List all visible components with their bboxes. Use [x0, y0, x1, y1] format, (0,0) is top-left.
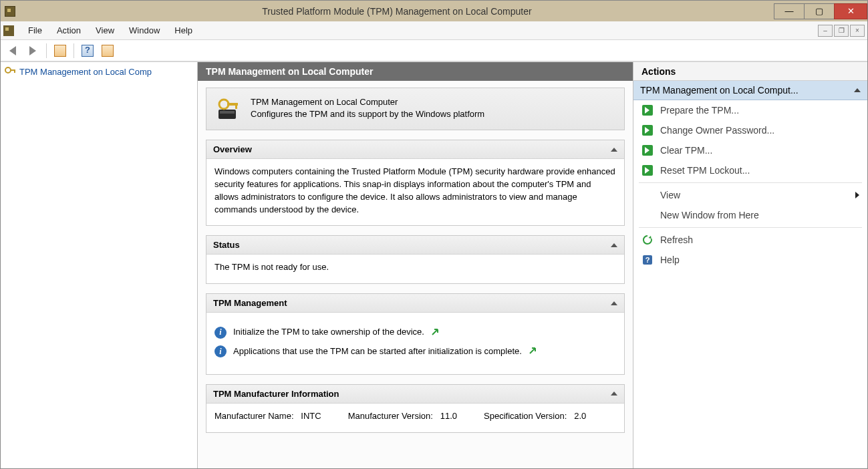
status-header[interactable]: Status — [206, 236, 624, 255]
actions-separator — [639, 227, 862, 228]
action-label: Reset TPM Lockout... — [660, 165, 750, 176]
toolbar-separator — [74, 43, 74, 58]
toolbar — [1, 40, 867, 61]
tpm-key-icon — [5, 66, 17, 77]
action-help[interactable]: ? Help — [633, 250, 867, 270]
spec-version-value: 2.0 — [574, 411, 586, 421]
status-body: The TPM is not ready for use. — [206, 255, 624, 283]
intro-text: TPM Management on Local Computer Configu… — [251, 96, 484, 122]
manufacturer-row: Manufacturer Name: INTC Manufacturer Ver… — [214, 410, 616, 423]
help-icon — [82, 45, 94, 57]
mgmt-initialize-text: Initialize the TPM to take ownership of … — [233, 326, 424, 339]
action-reset-tpm-lockout[interactable]: Reset TPM Lockout... — [633, 160, 867, 180]
mdi-minimize-button[interactable]: – — [818, 25, 833, 37]
mmc-window: Trusted Platform Module (TPM) Management… — [0, 0, 868, 469]
action-label: Prepare the TPM... — [660, 105, 739, 116]
nav-back-button[interactable] — [5, 43, 21, 59]
action-arrow-icon — [642, 145, 653, 156]
actions-pane: Actions TPM Management on Local Comput..… — [633, 62, 867, 468]
overview-header[interactable]: Overview — [206, 140, 624, 159]
intro-banner: TPM Management on Local Computer Configu… — [206, 88, 625, 130]
arrow-right-icon — [29, 46, 36, 55]
actions-group-label: TPM Management on Local Comput... — [640, 85, 799, 96]
mdi-close-button[interactable]: × — [850, 25, 865, 37]
action-label: Refresh — [660, 234, 693, 245]
action-label: Change Owner Password... — [660, 125, 774, 136]
tree-item-tpm-management[interactable]: TPM Management on Local Comp — [2, 65, 196, 78]
collapse-icon — [611, 243, 617, 247]
svg-point-0 — [5, 67, 11, 73]
action-link-icon[interactable] — [529, 347, 538, 356]
mfr-name-value: INTC — [301, 411, 321, 421]
menu-window[interactable]: Window — [122, 23, 167, 38]
panel-icon — [54, 45, 66, 57]
action-new-window[interactable]: New Window from Here — [633, 205, 867, 225]
mfr-name-label: Manufacturer Name: — [214, 411, 294, 421]
collapse-icon — [611, 148, 617, 152]
manufacturer-title: TPM Manufacturer Information — [213, 389, 339, 399]
close-button[interactable]: ✕ — [834, 3, 867, 19]
mgmt-row-initialize: i Initialize the TPM to take ownership o… — [214, 326, 616, 339]
help-toolbar-button[interactable] — [80, 43, 96, 59]
overview-section: Overview Windows computers containing th… — [206, 140, 625, 226]
action-pane-icon — [102, 45, 114, 57]
action-link-icon[interactable] — [431, 328, 440, 337]
manufacturer-section: TPM Manufacturer Information Manufacture… — [206, 384, 625, 433]
svg-rect-2 — [14, 69, 15, 73]
svg-rect-4 — [220, 111, 235, 114]
tpm-key-chip-icon — [216, 96, 241, 122]
toolbar-separator — [46, 43, 47, 58]
minimize-button[interactable]: — — [774, 3, 805, 19]
action-arrow-icon — [642, 165, 653, 176]
status-section: Status The TPM is not ready for use. — [206, 235, 625, 284]
tree-item-label: TPM Management on Local Comp — [19, 67, 152, 77]
action-clear-tpm[interactable]: Clear TPM... — [633, 140, 867, 160]
actions-pane-title: Actions — [633, 62, 867, 81]
spec-version-label: Specification Version: — [484, 411, 567, 421]
window-title: Trusted Platform Module (TPM) Management… — [19, 6, 774, 17]
app-icon — [5, 6, 15, 17]
arrow-left-icon — [9, 46, 16, 55]
collapse-icon — [611, 301, 617, 305]
intro-title: TPM Management on Local Computer — [251, 96, 484, 108]
action-arrow-icon — [642, 105, 653, 116]
titlebar: Trusted Platform Module (TPM) Management… — [1, 1, 867, 21]
menu-bar: File Action View Window Help – ❐ × — [1, 21, 867, 40]
action-change-owner-password[interactable]: Change Owner Password... — [633, 120, 867, 140]
mfr-version-label: Manufacturer Version: — [348, 411, 433, 421]
menu-help[interactable]: Help — [167, 23, 200, 38]
show-hide-tree-button[interactable] — [52, 43, 68, 59]
app-icon-small — [3, 25, 14, 36]
action-refresh[interactable]: Refresh — [633, 230, 867, 250]
overview-body: Windows computers containing the Trusted… — [206, 159, 624, 225]
action-prepare-tpm[interactable]: Prepare the TPM... — [633, 100, 867, 120]
manufacturer-header[interactable]: TPM Manufacturer Information — [206, 385, 624, 404]
info-icon: i — [214, 345, 227, 357]
show-action-pane-button[interactable] — [100, 43, 116, 59]
action-view[interactable]: View — [633, 185, 867, 205]
menu-action[interactable]: Action — [49, 23, 88, 38]
result-pane: TPM Management on Local Computer TPM — [198, 62, 633, 468]
status-title: Status — [213, 240, 240, 250]
tpm-management-section: TPM Management i Initialize the TPM to t… — [206, 293, 625, 375]
menu-file[interactable]: File — [21, 23, 49, 38]
action-label: Help — [660, 255, 680, 265]
action-label: Clear TPM... — [660, 145, 712, 156]
help-icon: ? — [641, 254, 654, 266]
mgmt-apps-text: Applications that use the TPM can be sta… — [233, 345, 522, 358]
content-body: TPM Management on Local Comp TPM Managem… — [1, 61, 867, 468]
actions-group-header[interactable]: TPM Management on Local Comput... — [633, 81, 867, 100]
overview-title: Overview — [213, 144, 252, 154]
collapse-icon — [611, 392, 617, 396]
maximize-button[interactable]: ▢ — [804, 3, 835, 19]
svg-point-5 — [219, 100, 229, 109]
info-icon: i — [214, 327, 227, 339]
mdi-restore-button[interactable]: ❐ — [834, 25, 849, 37]
tpm-management-title: TPM Management — [213, 298, 287, 308]
action-label: New Window from Here — [660, 210, 759, 220]
collapse-icon — [854, 88, 861, 92]
menu-view[interactable]: View — [88, 23, 122, 38]
tpm-management-header[interactable]: TPM Management — [206, 294, 624, 313]
nav-forward-button[interactable] — [25, 43, 41, 59]
console-tree: TPM Management on Local Comp — [1, 62, 198, 468]
